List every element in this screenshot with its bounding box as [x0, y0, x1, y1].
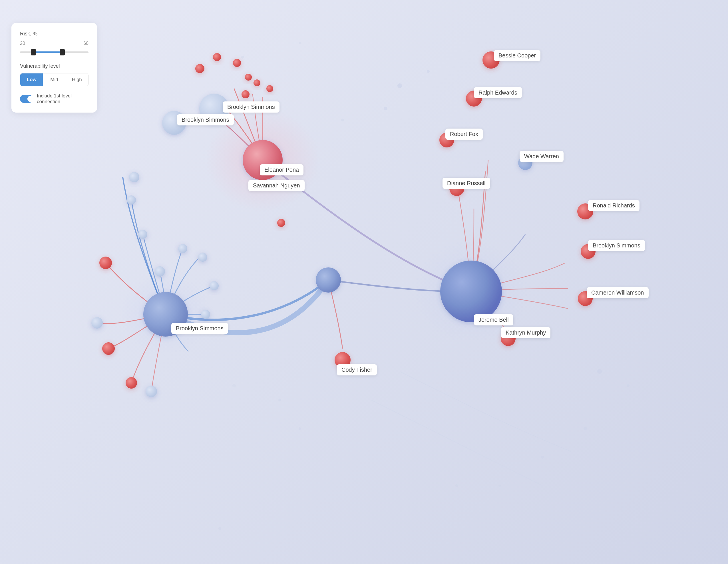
node-cody-fisher[interactable]: [335, 352, 351, 368]
slider-min: 20: [20, 41, 25, 46]
bg-dot-6: [627, 384, 630, 387]
bg-dot-10: [278, 399, 281, 402]
bg-dot-13: [455, 484, 458, 487]
network-graph: [0, 0, 728, 564]
savannah-node: [277, 219, 285, 227]
bg-dot-5: [597, 369, 602, 374]
node-sm-light-5: [178, 244, 187, 253]
node-sm-light-4: [155, 266, 165, 276]
node-bessie-cooper[interactable]: [482, 51, 500, 69]
risk-slider[interactable]: [20, 48, 89, 56]
vulnerability-buttons: Low Mid High: [20, 73, 89, 86]
vulnerability-label: Vulnerability level: [20, 63, 89, 69]
node-brooklyn-top-r4: [245, 74, 252, 81]
bg-dot-3: [384, 107, 387, 110]
node-eleanor-pena[interactable]: [243, 140, 283, 180]
node-sm-red-2: [102, 342, 115, 355]
node-sm-light-6: [198, 252, 207, 262]
node-sm-light-10: [146, 386, 157, 397]
bg-dot-9: [498, 485, 501, 487]
node-sm-light-3: [138, 230, 147, 239]
node-ralph-edwards[interactable]: [466, 91, 482, 107]
bg-dot-8: [541, 456, 544, 459]
bg-dot-7: [584, 427, 587, 430]
node-jerome-bell[interactable]: [440, 260, 502, 322]
risk-label: Risk, %: [20, 31, 89, 37]
node-sm-red-3: [126, 377, 137, 389]
slider-fill: [32, 51, 63, 53]
toggle-label: Include 1st level connection: [37, 93, 89, 105]
node-sm-light-9: [91, 317, 103, 329]
node-brooklyn-main[interactable]: [143, 292, 188, 337]
control-panel: Risk, % 20 60 Vulnerability level Low Mi…: [11, 23, 97, 113]
node-brooklyn-top-r1: [195, 64, 204, 73]
node-kathryn-murphy[interactable]: [501, 331, 516, 346]
vuln-btn-low[interactable]: Low: [20, 73, 43, 86]
node-brooklyn-mid: [162, 111, 186, 135]
node-sm-light-7: [210, 281, 219, 290]
node-brooklyn-top: [199, 94, 229, 123]
vulnerability-section: Vulnerability level Low Mid High: [20, 63, 89, 86]
bg-dot-2: [427, 70, 430, 73]
bg-dot-14: [241, 56, 244, 59]
conn-dec-2: [400, 372, 571, 451]
bg-dot-4: [341, 119, 344, 121]
node-sm-red-1: [99, 256, 112, 269]
node-brooklyn-top-r3: [233, 59, 241, 67]
connection-toggle[interactable]: [20, 95, 33, 103]
node-sm-light-8: [201, 310, 210, 319]
node-sm-light-1: [129, 172, 139, 182]
bg-dot-11: [299, 428, 301, 430]
node-wade-warren[interactable]: [518, 156, 532, 170]
toggle-row: Include 1st level connection: [20, 93, 89, 105]
node-connector-mid: [316, 267, 341, 293]
node-brooklyn-top-r2: [213, 53, 221, 61]
bg-dot-16: [218, 527, 221, 530]
node-ronald-richards[interactable]: [577, 203, 593, 219]
slider-thumb-left[interactable]: [31, 49, 36, 55]
node-cameron-williamson[interactable]: [578, 291, 593, 306]
node-sm-light-2: [127, 195, 136, 204]
node-eleanor-top-r2: [254, 79, 260, 86]
bg-dot-15: [299, 42, 301, 44]
node-dianne-russell[interactable]: [449, 181, 464, 196]
node-eleanor-top-r3: [266, 85, 273, 92]
node-eleanor-top-r1: [242, 90, 250, 98]
node-robert-fox[interactable]: [439, 132, 454, 147]
conn-dec-1: [371, 400, 542, 486]
slider-max: 60: [83, 41, 89, 46]
vuln-btn-high[interactable]: High: [66, 73, 88, 86]
vuln-btn-mid[interactable]: Mid: [43, 73, 65, 86]
bg-dot-12: [232, 384, 236, 388]
bg-dot-1: [397, 83, 402, 88]
slider-thumb-right[interactable]: [60, 49, 65, 55]
node-brooklyn-right[interactable]: [581, 244, 596, 259]
